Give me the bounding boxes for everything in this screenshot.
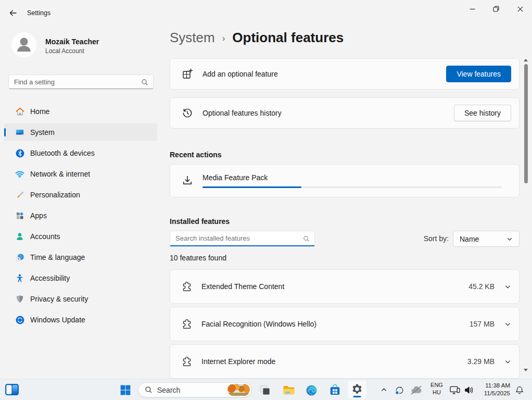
clock[interactable]: 11:38 AM 11/5/2025 [477, 382, 510, 397]
widgets-button[interactable] [4, 382, 20, 397]
windows-logo-icon [119, 384, 132, 396]
chevron-down-icon[interactable] [504, 283, 511, 290]
restore-icon [493, 6, 499, 12]
taskbar: Search ENG HU 11:38 AM 11/5/ [0, 379, 532, 400]
store-icon [328, 384, 341, 397]
time-language-icon [15, 252, 25, 262]
cloud-offline-icon [410, 385, 423, 395]
sidebar-item-home[interactable]: Home [4, 103, 157, 120]
sidebar-item-bluetooth-devices[interactable]: Bluetooth & devices [4, 144, 157, 162]
scrollbar-thumb[interactable] [524, 64, 528, 183]
task-view-button[interactable] [258, 383, 272, 397]
sort-dropdown[interactable]: Name [453, 231, 520, 247]
onedrive-tray-button[interactable] [410, 385, 423, 395]
settings-app-button[interactable] [347, 380, 367, 399]
add-feature-icon [181, 68, 194, 80]
sync-icon [394, 385, 405, 396]
sidebar-item-accounts[interactable]: Accounts [4, 228, 157, 245]
installed-search-box [170, 231, 315, 246]
close-button[interactable] [508, 0, 532, 18]
gear-icon [351, 383, 363, 395]
person-icon [11, 32, 36, 57]
show-hidden-icons-button[interactable] [379, 385, 388, 394]
history-icon [181, 107, 194, 119]
add-feature-label: Add an optional feature [202, 70, 278, 78]
installed-features-heading: Installed features [170, 217, 230, 226]
user-name: Mozaik Teacher [45, 38, 99, 46]
sidebar-item-privacy-security[interactable]: Privacy & security [4, 290, 157, 308]
sidebar-item-system[interactable]: System [4, 123, 157, 141]
window-controls [460, 0, 532, 18]
wifi-icon [15, 169, 25, 179]
user-account-type: Local Account [45, 47, 84, 55]
start-button[interactable] [119, 383, 132, 397]
search-icon [145, 386, 153, 394]
download-item: Media Feature Pack [202, 173, 502, 188]
sidebar-item-accessibility[interactable]: Accessibility [4, 269, 157, 287]
network-tray-button[interactable] [449, 384, 461, 396]
taskbar-search[interactable]: Search [138, 382, 252, 397]
bluetooth-icon [15, 148, 25, 158]
home-icon [15, 106, 25, 117]
puzzle-icon [181, 281, 193, 292]
avatar[interactable] [11, 32, 36, 57]
find-a-setting-searchbox [8, 74, 154, 89]
sidebar-item-personalization[interactable]: Personalization [4, 186, 157, 204]
speaker-icon [464, 385, 474, 395]
download-name: Media Feature Pack [202, 173, 502, 182]
sort-value: Name [460, 235, 479, 243]
minimize-icon [470, 6, 475, 12]
apps-icon [15, 210, 25, 221]
store-button[interactable] [327, 383, 342, 397]
sidebar-item-time-language[interactable]: Time & language [4, 248, 157, 266]
titlebar: Settings [0, 0, 532, 25]
feature-row-ie-mode[interactable]: Internet Explorer mode 3.29 MB [170, 344, 520, 379]
brush-icon [15, 190, 25, 200]
scrollbar-down-arrow[interactable] [523, 367, 528, 372]
installed-search-input[interactable] [170, 231, 314, 245]
feature-row-facial-recognition[interactable]: Facial Recognition (Windows Hello) 157 M… [170, 307, 520, 341]
see-history-button[interactable]: See history [454, 105, 511, 121]
progress-fill [202, 186, 301, 188]
notifications-button[interactable] [513, 384, 526, 396]
network-icon [449, 385, 461, 395]
system-icon [15, 127, 25, 138]
breadcrumb-system[interactable]: System [170, 30, 215, 46]
back-button[interactable] [5, 5, 21, 21]
language-primary: ENG [428, 381, 446, 389]
search-icon [303, 235, 310, 242]
sidebar-item-windows-update[interactable]: Windows Update [4, 311, 157, 329]
find-a-setting-input[interactable] [9, 75, 153, 89]
sidebar-item-network-internet[interactable]: Network & internet [4, 165, 157, 183]
search-highlight-image[interactable] [227, 384, 250, 396]
accounts-icon [15, 231, 25, 242]
sidebar: Mozaik Teacher Local Account Home System… [0, 25, 161, 379]
chevron-down-icon[interactable] [504, 321, 511, 328]
feature-size: 3.29 MB [467, 357, 495, 366]
active-app-indicator [353, 396, 361, 397]
bell-icon [515, 385, 524, 395]
minimize-button[interactable] [460, 0, 484, 18]
breadcrumb-separator: › [222, 33, 225, 44]
back-arrow-icon [9, 9, 17, 17]
feature-size: 45.2 KB [468, 282, 495, 291]
file-explorer-button[interactable] [282, 383, 296, 397]
language-secondary: HU [428, 389, 446, 396]
restore-button[interactable] [484, 0, 508, 18]
language-indicator[interactable]: ENG HU [428, 381, 446, 396]
sidebar-item-apps[interactable]: Apps [4, 207, 157, 224]
view-features-button[interactable]: View features [446, 66, 511, 82]
feature-row-extended-theme[interactable]: Extended Theme Content 45.2 KB [170, 269, 520, 304]
chevron-down-icon[interactable] [504, 358, 511, 365]
shield-icon [15, 294, 25, 304]
page-title: Optional features [232, 30, 344, 46]
volume-tray-button[interactable] [463, 385, 475, 395]
chevron-up-icon [381, 386, 387, 393]
update-status-tray-button[interactable] [393, 384, 406, 396]
task-view-icon [259, 384, 271, 396]
scrollbar-up-arrow[interactable] [523, 57, 528, 63]
history-label: Optional features history [202, 109, 282, 117]
edge-button[interactable] [305, 383, 318, 397]
windows-update-icon [15, 315, 25, 325]
file-explorer-icon [282, 384, 296, 396]
